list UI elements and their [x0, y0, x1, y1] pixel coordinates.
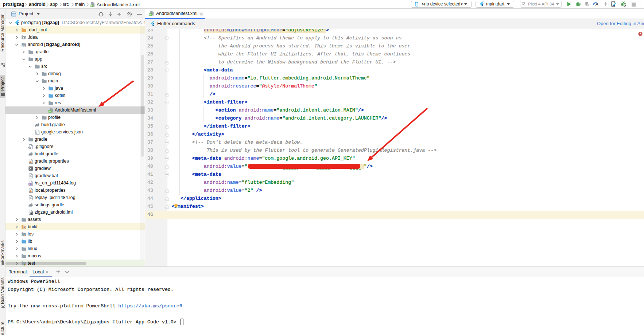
svg-text:C++: C++: [28, 183, 31, 185]
svg-text:MF: MF: [149, 13, 152, 16]
svg-text:MF: MF: [49, 110, 51, 113]
svg-text:{}: {}: [36, 131, 39, 134]
